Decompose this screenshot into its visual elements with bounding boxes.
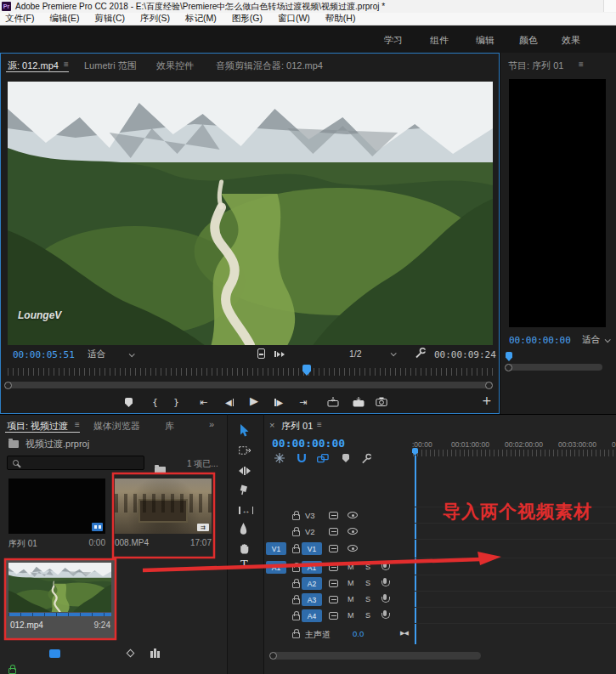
program-scrollbar[interactable] [507,364,602,371]
sync-lock-icon[interactable] [329,612,338,620]
icon-view-icon[interactable] [49,649,60,658]
program-position-timecode[interactable]: 00:00:00:00 [509,335,571,346]
track-label[interactable]: V3 [305,511,315,520]
filter-bin-icon[interactable] [155,467,166,474]
window-controls-stub[interactable] [603,0,616,12]
source-patch-a1[interactable]: A1 [266,561,286,574]
tab-effect-controls[interactable]: 效果控件 [156,59,194,72]
timeline-position-timecode[interactable]: 00:00:00:00 [272,437,345,450]
thumbnail-scrub-bar[interactable] [8,613,111,616]
master-level-value[interactable]: 0.0 [353,629,364,638]
empty-track-lane[interactable] [415,467,616,507]
voiceover-mic-icon[interactable] [383,594,387,600]
mute-button[interactable]: M [348,563,354,571]
source-position-timecode[interactable]: 00:00:05:51 [13,349,75,360]
export-frame-camera-icon[interactable] [376,397,387,406]
track-lane-v3[interactable] [415,507,616,524]
add-marker-icon[interactable] [125,398,133,407]
solo-button[interactable]: S [365,611,370,620]
panel-menu-icon[interactable]: ≡ [64,59,69,69]
workspace-tab-learn[interactable]: 学习 [384,34,403,47]
solo-button[interactable]: S [365,579,370,587]
program-video-preview[interactable] [509,79,606,327]
tab-audio-clip-mixer[interactable]: 音频剪辑混合器: 012.mp4 [216,59,323,72]
timeline-ruler[interactable] [413,450,616,456]
solo-button[interactable]: S [365,595,370,603]
track-output-eye-icon[interactable] [348,545,358,552]
slip-tool-icon[interactable]: ↔ [239,506,253,515]
target-track-a1[interactable]: A1 [302,561,322,574]
project-writable-lock-icon[interactable] [8,668,16,674]
ripple-edit-tool-icon[interactable] [239,467,251,475]
menu-file[interactable]: 文件(F) [5,13,34,25]
menu-sequence[interactable]: 序列(S) [140,13,170,25]
overwrite-icon[interactable] [353,397,365,407]
sort-icons-icon[interactable] [127,649,135,658]
button-editor-plus-icon[interactable]: + [482,395,492,406]
settings-output-icon[interactable] [257,348,265,359]
panel-menu-icon[interactable]: ≡ [579,59,584,69]
step-back-icon[interactable]: ◀ [225,397,234,408]
panel-menu-icon[interactable]: ≡ [75,420,80,429]
search-input[interactable] [7,456,144,470]
sync-lock-icon[interactable] [329,596,338,603]
play-icon[interactable]: ▶ [250,395,258,406]
mute-button[interactable]: M [348,611,354,620]
project-item-008[interactable]: ⇉ 008.MP4 17:07 [115,479,212,547]
source-zoom-scrollbar[interactable] [8,382,493,388]
menu-marker[interactable]: 标记(M) [185,13,217,25]
program-zoom-select[interactable]: 适合 [582,334,609,346]
lock-icon[interactable] [292,598,300,604]
step-forward-icon[interactable]: ▶ [274,397,283,408]
voiceover-mic-icon[interactable] [383,610,387,616]
goto-in-icon[interactable]: ⇤ [200,397,207,408]
track-lane-a3[interactable] [415,592,616,608]
project-item-sequence[interactable]: 序列 01 0:00 [8,479,105,550]
hand-tool-icon[interactable] [239,543,250,555]
voiceover-mic-icon[interactable] [383,578,387,584]
timeline-scrollbar[interactable] [271,652,481,660]
mark-in-icon[interactable]: { [152,397,158,408]
tab-source-clip[interactable]: 源: 012.mp4 [8,59,59,72]
workspace-tab-effects[interactable]: 效果 [562,34,580,47]
goto-out-icon[interactable]: ⇥ [299,397,307,408]
solo-button[interactable]: S [365,563,370,571]
track-output-eye-icon[interactable] [348,528,358,535]
lock-icon[interactable] [292,514,300,520]
lock-icon[interactable] [292,582,300,588]
insert-icon[interactable] [327,397,339,407]
target-track-a4[interactable]: A4 [302,609,322,622]
scrollbar-handle-left[interactable] [269,652,277,660]
scrollbar-handle-left[interactable] [505,364,512,371]
track-lane-v1[interactable] [415,540,616,558]
sync-lock-icon[interactable] [329,545,338,552]
workspace-tab-editing[interactable]: 编辑 [476,34,494,47]
linked-selection-icon[interactable] [317,454,329,463]
tab-overflow-icon[interactable]: » [209,419,214,429]
source-video-preview[interactable]: LoungeV [8,82,493,345]
project-file-name[interactable]: 视频过渡.prproj [25,438,89,450]
source-resolution-select[interactable]: 1/2 [349,348,402,359]
lock-icon[interactable] [292,632,300,638]
sync-lock-icon[interactable] [329,512,338,519]
menu-help[interactable]: 帮助(H) [325,13,356,25]
item-name[interactable]: 序列 01 [8,538,37,550]
type-tool-icon[interactable]: T [240,558,248,571]
scrollbar-handle-left[interactable] [4,382,12,389]
item-name[interactable]: 012.mp4 [10,620,43,630]
program-playhead[interactable] [506,352,512,361]
snap-magnet-icon[interactable] [297,453,307,463]
target-track-a3[interactable]: A3 [302,593,322,606]
add-marker-icon[interactable] [342,454,349,462]
timeline-settings-wrench-icon[interactable] [361,453,372,464]
tab-media-browser[interactable]: 媒体浏览器 [93,420,140,433]
source-scrubber[interactable] [8,365,493,378]
mute-button[interactable]: M [348,595,354,603]
lock-icon[interactable] [292,530,300,536]
panel-menu-icon[interactable]: ≡ [317,420,322,429]
scrollbar-handle-right[interactable] [485,382,493,389]
lock-icon[interactable] [292,615,300,620]
playback-resolution-icon[interactable] [274,351,285,357]
wrench-icon[interactable] [415,347,427,359]
track-label[interactable]: V2 [305,527,315,536]
